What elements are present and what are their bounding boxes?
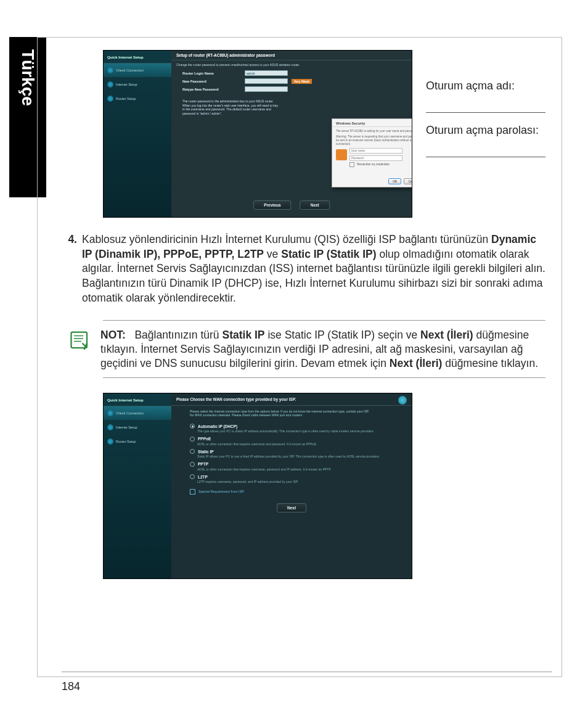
wan-type-panel: Please Choose the WAN connection type pr… xyxy=(171,393,412,578)
login-password-prompt: Oturum açma parolası: xyxy=(426,124,545,137)
step-icon xyxy=(107,410,113,416)
panel-title: Please Choose the WAN connection type pr… xyxy=(176,397,296,401)
login-password-blank xyxy=(426,139,545,157)
note-block: NOT: Bağlantınızın türü Statik IP ise St… xyxy=(103,320,545,378)
option-pppoe-desc: ADSL or other connection that requires u… xyxy=(197,442,404,446)
step-icon xyxy=(107,424,113,430)
password-tip: The router password is the administratio… xyxy=(182,99,281,115)
sidebar-item-label: Check Connection xyxy=(116,411,144,415)
qis-sidebar: Quick Internet Setup Check Connection In… xyxy=(104,51,171,217)
dialog-title: Windows Security × xyxy=(332,119,412,127)
page-content: Quick Internet Setup Check Connection In… xyxy=(37,37,562,677)
retype-password-label: Retype New Password xyxy=(182,88,241,91)
radio-icon[interactable] xyxy=(190,462,195,467)
dialog-subtitle: The server RT-AC68U is asking for your u… xyxy=(336,130,412,133)
option-pppoe[interactable]: PPPoE xyxy=(190,437,404,442)
option-static-ip-desc: Static IP allows your PC to use a fixed … xyxy=(197,454,404,459)
step-number: 4. xyxy=(56,232,82,305)
sidebar-item-internet-setup[interactable]: Internet Setup xyxy=(104,421,171,435)
remember-label: Remember my credentials xyxy=(357,163,390,166)
remember-checkbox[interactable] xyxy=(349,162,354,167)
dialog-ok-button[interactable]: OK xyxy=(388,178,401,184)
step-icon xyxy=(107,96,113,102)
intro-line-2: No WAN connection detected. Please check… xyxy=(190,413,404,417)
footer-divider xyxy=(62,672,552,672)
option-l2tp[interactable]: L2TP xyxy=(190,474,404,479)
password-strength-badge: Very Weak xyxy=(292,79,312,84)
special-requirement-label: Special Requirement from ISP xyxy=(198,490,244,493)
radio-icon[interactable] xyxy=(190,449,195,454)
login-name-input[interactable] xyxy=(245,70,288,76)
option-static-ip[interactable]: Static IP xyxy=(190,449,404,454)
login-name-label: Router Login Name xyxy=(182,72,241,75)
router-admin-password-screenshot: Quick Internet Setup Check Connection In… xyxy=(103,50,412,218)
sidebar-item-label: Router Setup xyxy=(116,97,136,101)
sidebar-item-label: Router Setup xyxy=(116,440,136,443)
step-4: 4. Kablosuz yönlendiricinin Hızlı İntern… xyxy=(56,232,545,305)
dialog-password-input[interactable] xyxy=(349,155,402,161)
sidebar-item-label: Internet Setup xyxy=(116,426,137,429)
sidebar-heading: Quick Internet Setup xyxy=(104,51,171,64)
page-number: 184 xyxy=(62,680,80,693)
option-pptp-desc: ADSL or other connection that requires u… xyxy=(197,467,404,472)
dialog-cancel-button[interactable]: Cancel xyxy=(404,178,412,184)
panel-description: Change the router password to prevent un… xyxy=(171,60,412,69)
radio-icon[interactable] xyxy=(190,437,195,442)
option-dhcp[interactable]: Automatic IP (DHCP) xyxy=(190,424,404,429)
sidebar-item-internet-setup[interactable]: Internet Setup xyxy=(104,78,171,92)
dialog-warning: Warning: The server is requesting that y… xyxy=(336,135,412,146)
login-name-prompt: Oturum açma adı: xyxy=(426,80,545,92)
previous-button[interactable]: Previous xyxy=(253,200,291,210)
admin-password-panel: Setup of router (RT-AC68U) administrator… xyxy=(171,51,412,217)
option-pptp[interactable]: PPTP xyxy=(190,462,404,467)
wan-connection-type-screenshot: Quick Internet Setup Check Connection In… xyxy=(103,393,412,579)
language-label: Türkçe xyxy=(18,49,38,106)
option-dhcp-desc: The type allows your PC to obtain IP add… xyxy=(197,429,404,434)
special-requirement-checkbox[interactable] xyxy=(190,489,195,495)
note-text: NOT: Bağlantınızın türü Statik IP ise St… xyxy=(100,328,545,370)
option-l2tp-desc: L2TP requires username, password, and IP… xyxy=(197,480,404,484)
sidebar-item-router-setup[interactable]: Router Setup xyxy=(104,92,171,106)
step-icon xyxy=(107,81,113,88)
new-password-label: New Password xyxy=(182,80,241,83)
new-password-input[interactable] xyxy=(245,78,288,84)
dialog-username-input[interactable] xyxy=(349,148,402,154)
next-button[interactable]: Next xyxy=(300,200,330,210)
qis-sidebar-2: Quick Internet Setup Check Connection In… xyxy=(104,393,171,578)
sidebar-heading: Quick Internet Setup xyxy=(104,393,171,406)
sidebar-item-check-connection[interactable]: Check Connection xyxy=(104,406,171,421)
note-icon xyxy=(68,329,91,352)
retype-password-input[interactable] xyxy=(245,86,288,92)
login-name-blank xyxy=(426,95,545,113)
next-button[interactable]: Next xyxy=(277,503,306,512)
sidebar-item-label: Internet Setup xyxy=(116,83,137,86)
radio-icon[interactable] xyxy=(190,474,195,479)
step-text: Kablosuz yönlendiricinin Hızlı İnternet … xyxy=(82,232,545,305)
help-icon[interactable] xyxy=(398,396,407,405)
windows-security-dialog: Windows Security × The server RT-AC68U i… xyxy=(332,118,412,187)
step-icon xyxy=(107,438,113,445)
sidebar-item-label: Check Connection xyxy=(116,68,144,72)
radio-icon[interactable] xyxy=(190,424,195,429)
credential-icon xyxy=(336,149,347,160)
step-icon xyxy=(107,67,113,73)
login-fill-in-area: Oturum açma adı: Oturum açma parolası: xyxy=(426,50,545,168)
sidebar-item-check-connection[interactable]: Check Connection xyxy=(104,64,171,78)
panel-title: Setup of router (RT-AC68U) administrator… xyxy=(171,51,412,60)
sidebar-item-router-setup[interactable]: Router Setup xyxy=(104,435,171,449)
